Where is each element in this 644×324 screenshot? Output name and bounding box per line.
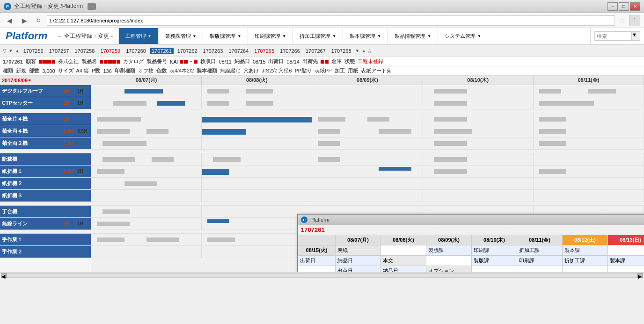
cell-kikuboth2-0809[interactable] — [312, 137, 423, 149]
record-1707265[interactable]: 1707265 — [252, 48, 276, 54]
grid-row-folder1[interactable] — [91, 166, 644, 178]
cell-kiku4-0807[interactable] — [91, 113, 202, 125]
cell-perfect-0807[interactable] — [91, 218, 202, 230]
cell-kikuboth4-0809[interactable] — [312, 125, 423, 137]
sub-cell-2-3[interactable] — [608, 266, 644, 272]
nav-prev-button[interactable]: ▼ — [8, 48, 13, 53]
minimize-button[interactable]: － — [607, 2, 618, 11]
cell-kikuboth2-0807[interactable] — [91, 137, 202, 149]
grid-row-folder3[interactable] — [91, 190, 644, 202]
sub-cell-1-3[interactable]: 折加工課 — [563, 256, 608, 266]
cell-collator-0807[interactable] — [91, 206, 202, 217]
cell-folder2-0807[interactable] — [91, 178, 202, 189]
cell-folder2-0810[interactable] — [423, 178, 534, 189]
cell-folder1-0810[interactable] — [423, 166, 534, 177]
cell-folder3-0807[interactable] — [91, 190, 202, 202]
record-1707262[interactable]: 1707262 — [176, 48, 199, 54]
record-1707259[interactable]: 1707259 — [98, 48, 122, 54]
cell-perfect-0808[interactable] — [202, 218, 312, 230]
sub-cell-0-8[interactable]: 納品日 — [336, 256, 381, 266]
cell-folder3-0808[interactable] — [202, 190, 312, 202]
menu-item-5[interactable]: 製本課管理 ▼ — [343, 28, 388, 44]
cell-digital-0809[interactable] — [312, 85, 423, 97]
cell-manual2-0808[interactable] — [202, 246, 312, 258]
scroll-right-button[interactable]: ▶ — [637, 273, 643, 278]
cell-kikuboth2-0810[interactable] — [423, 137, 534, 149]
cell-manual2-0807[interactable] — [91, 246, 202, 258]
cell-manual1-0808[interactable] — [202, 234, 312, 245]
bookmark-icon[interactable]: ☆ — [619, 16, 625, 25]
cell-cutter-0810[interactable] — [423, 153, 534, 165]
sub-cell-1-7[interactable]: 出荷日 — [336, 266, 381, 272]
cell-collator-0808[interactable] — [202, 206, 312, 217]
sub-cell-1-1[interactable]: 製版課 — [472, 256, 517, 266]
record-1707257[interactable]: 1707257 — [47, 48, 71, 54]
cell-folder2-0808[interactable] — [202, 178, 312, 189]
cell-folder2-0809[interactable] — [312, 178, 423, 189]
cell-cutter-0807[interactable] — [91, 153, 202, 165]
cell-cutter-0811[interactable] — [534, 153, 644, 165]
sub-cell-0-4[interactable]: 製本課 — [563, 245, 608, 256]
sub-cell-0-5[interactable] — [608, 245, 644, 256]
cell-ctp-0810[interactable] — [423, 97, 534, 109]
cell-kikuboth2-0811[interactable] — [534, 137, 644, 149]
forward-button[interactable]: ▶ — [19, 15, 30, 26]
cell-kikuboth2-0808[interactable] — [202, 137, 312, 149]
cell-manual1-0807[interactable] — [91, 234, 202, 245]
sub-cell-1-8[interactable]: 納品日 — [381, 266, 426, 272]
sub-cell-0-0[interactable] — [381, 245, 426, 256]
sub-cell-2-0[interactable] — [472, 266, 517, 272]
record-1707263[interactable]: 1707263 — [201, 48, 225, 54]
grid-row-kikuboth2[interactable] — [91, 137, 644, 150]
address-input[interactable] — [47, 15, 615, 26]
grid-row-kiku4[interactable] — [91, 113, 644, 125]
reload-button[interactable]: ↻ — [34, 16, 43, 25]
cell-folder1-0809[interactable] — [312, 166, 423, 177]
cell-ctp-0811[interactable] — [534, 97, 644, 109]
cell-folder3-0810[interactable] — [423, 190, 534, 202]
sub-cell-0-2[interactable]: 印刷課 — [472, 245, 517, 256]
cell-ctp-0809[interactable] — [312, 97, 423, 109]
cell-folder1-0807[interactable] — [91, 166, 202, 177]
record-1707256[interactable]: 1707256 — [22, 48, 45, 54]
cell-digital-0808[interactable] — [202, 85, 312, 97]
cell-folder3-0811[interactable] — [534, 190, 644, 202]
cell-kiku4-0811[interactable] — [534, 113, 644, 125]
menu-item-6[interactable]: 製品情報管理 ▼ — [388, 28, 438, 44]
sub-cell-0-7[interactable]: 出荷日 — [298, 256, 336, 266]
cell-folder3-0809[interactable] — [312, 190, 423, 202]
horizontal-scrollbar[interactable] — [7, 273, 637, 278]
cell-kiku4-0808[interactable] — [202, 113, 312, 125]
menu-item-4[interactable]: 折加工課管理 ▼ — [293, 28, 343, 44]
nav-next-button[interactable]: ▼ — [355, 48, 360, 53]
sub-cell-1-4[interactable]: 製本課 — [608, 256, 644, 266]
record-1707264[interactable]: 1707264 — [227, 48, 250, 54]
menu-item-0[interactable]: 工程管理 ▼ — [118, 28, 158, 44]
record-1707260[interactable]: 1707260 — [124, 48, 148, 54]
search-dropdown[interactable]: ▼ — [632, 31, 640, 41]
menu-item-1[interactable]: 業務課管理 ▼ — [158, 28, 203, 44]
sub-cell-0-3[interactable]: 折加工課 — [517, 245, 563, 256]
cell-digital-0807[interactable] — [91, 85, 202, 97]
cell-kikuboth4-0810[interactable] — [423, 125, 534, 137]
extensions-button[interactable]: ⋮ — [629, 15, 640, 26]
sub-cell-0-1[interactable]: 製版課 — [426, 245, 472, 256]
cell-cutter-0809[interactable] — [312, 153, 423, 165]
grid-row-digital[interactable] — [91, 85, 644, 97]
maximize-button[interactable]: □ — [619, 2, 629, 11]
grid-row-kikuboth4[interactable] — [91, 125, 644, 137]
menu-item-7[interactable]: システム管理 ▼ — [438, 28, 488, 44]
cell-digital-0811[interactable] — [534, 85, 644, 97]
record-1707268[interactable]: 1707268 — [329, 48, 353, 54]
sub-cell-2-2[interactable] — [563, 266, 608, 272]
record-1707266[interactable]: 1707266 — [278, 48, 302, 54]
cell-folder2-0811[interactable] — [534, 178, 644, 189]
cell-kikuboth4-0811[interactable] — [534, 125, 644, 137]
cell-kiku4-0810[interactable] — [423, 113, 534, 125]
menu-item-3[interactable]: 印刷課管理 ▼ — [248, 28, 293, 44]
cell-cutter-0808[interactable] — [202, 153, 312, 165]
cell-kikuboth4-0808[interactable] — [202, 125, 312, 137]
grid-row-folder2[interactable] — [91, 178, 644, 190]
cell-ctp-0808[interactable] — [202, 97, 312, 109]
grid-row-ctp[interactable] — [91, 97, 644, 109]
